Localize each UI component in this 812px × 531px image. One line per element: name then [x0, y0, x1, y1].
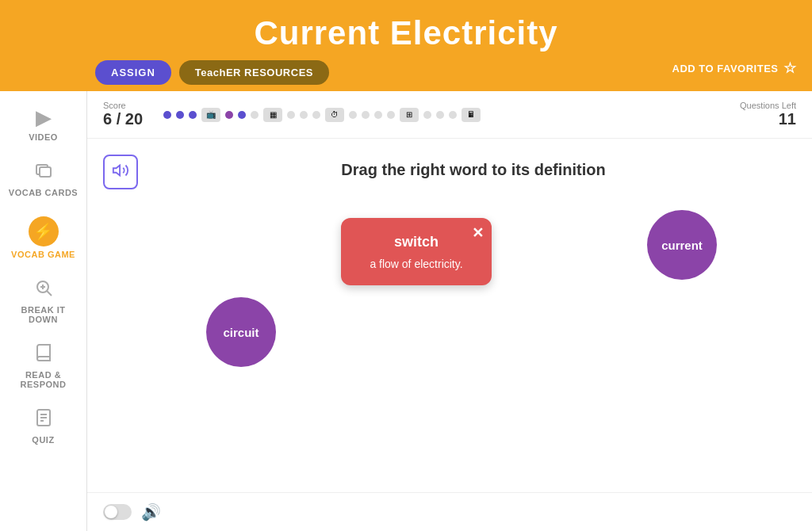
star-icon: ☆ [783, 59, 797, 77]
progress-dot-calc: 🖩 [462, 108, 481, 122]
progress-dot-tv: 📺 [201, 108, 220, 122]
sidebar-item-quiz-label: QUIZ [32, 435, 54, 445]
page-title: Current Electricity [16, 8, 796, 52]
progress-dot-20 [449, 111, 457, 119]
add-to-favorites-label: ADD TO FAVORITES [672, 63, 779, 74]
progress-dot-16 [387, 111, 395, 119]
header: Current Electricity ASSIGN TeachER RESOU… [0, 0, 812, 91]
progress-dot-grid2: ⊞ [400, 108, 419, 122]
game-area: Drag the right word to its definition ✕ … [87, 139, 812, 492]
sidebar-item-vocab-cards-label: VOCAB CARDS [9, 188, 78, 197]
vocab-card-close-icon[interactable]: ✕ [472, 224, 484, 242]
sidebar-item-break-it-down[interactable]: BREAK IT DOWN [0, 270, 86, 332]
content-area: Score 6 / 20 📺 ▦ [87, 91, 812, 531]
svg-marker-10 [113, 165, 120, 175]
sidebar-item-read-respond[interactable]: READ & RESPOND [0, 335, 86, 397]
assign-button[interactable]: ASSIGN [95, 60, 171, 85]
word-bubble-circuit-label: circuit [223, 326, 259, 339]
questions-left-label: Questions Left [733, 101, 796, 110]
game-instruction: Drag the right word to its definition [151, 155, 796, 179]
sidebar-item-video[interactable]: ▶ VIDEO [0, 99, 86, 150]
word-bubble-current[interactable]: current [647, 210, 717, 280]
sidebar-item-read-respond-label: READ & RESPOND [6, 370, 80, 389]
sidebar-item-break-it-down-label: BREAK IT DOWN [6, 305, 80, 324]
score-value: 6 / 20 [103, 110, 151, 128]
progress-dot-14 [362, 111, 370, 119]
sidebar: ▶ VIDEO VOCAB CARDS ⚡ VOCAB GAME [0, 91, 87, 531]
progress-dot-3 [189, 111, 197, 119]
svg-line-3 [47, 291, 52, 296]
sidebar-item-video-label: VIDEO [29, 132, 58, 142]
progress-dot-2 [176, 111, 184, 119]
read-respond-icon [34, 343, 53, 367]
score-label: Score [103, 101, 151, 110]
add-to-favorites-button[interactable]: ADD TO FAVORITES ☆ [672, 59, 796, 77]
speaker-box[interactable] [103, 155, 138, 189]
toggle-switch[interactable] [103, 504, 132, 520]
sidebar-item-vocab-cards[interactable]: VOCAB CARDS [0, 153, 86, 205]
word-bubble-current-label: current [661, 239, 703, 252]
vocab-card[interactable]: ✕ switch a flow of electricity. [341, 218, 492, 285]
progress-dot-13 [349, 111, 357, 119]
sidebar-item-vocab-game[interactable]: ⚡ VOCAB GAME [0, 208, 86, 267]
vocab-cards-icon [34, 161, 53, 185]
progress-dot-6 [238, 111, 246, 119]
progress-dot-5 [225, 111, 233, 119]
vocab-game-icon: ⚡ [29, 216, 59, 246]
bottom-controls: 🔊 [87, 492, 812, 531]
vocab-card-definition: a flow of electricity. [354, 257, 479, 273]
teacher-resources-button[interactable]: TeachER RESOURCES [179, 60, 329, 85]
speaker-icon [112, 162, 129, 183]
sidebar-item-vocab-game-label: VOCAB GAME [11, 250, 75, 259]
progress-dot-clock: ⏱ [325, 108, 344, 122]
progress-dot-11 [312, 111, 320, 119]
progress-dot-1 [163, 111, 171, 119]
progress-dots: 📺 ▦ ⏱ ⊞ [163, 108, 720, 122]
svg-rect-1 [40, 167, 51, 177]
progress-dot-grid: ▦ [263, 108, 282, 122]
progress-area: Score 6 / 20 📺 ▦ [87, 91, 812, 139]
audio-icon[interactable]: 🔊 [141, 502, 161, 521]
progress-dot-15 [374, 111, 382, 119]
video-icon: ▶ [36, 107, 51, 129]
progress-dot-7 [251, 111, 259, 119]
word-bubble-circuit[interactable]: circuit [206, 297, 276, 367]
progress-dot-18 [423, 111, 431, 119]
vocab-card-word: switch [354, 234, 479, 250]
progress-dot-19 [436, 111, 444, 119]
progress-dot-9 [287, 111, 295, 119]
break-it-down-icon [34, 278, 53, 302]
questions-left-value: 11 [733, 110, 796, 128]
quiz-icon [34, 408, 53, 432]
sidebar-item-quiz[interactable]: QUIZ [0, 400, 86, 453]
progress-dot-10 [300, 111, 308, 119]
